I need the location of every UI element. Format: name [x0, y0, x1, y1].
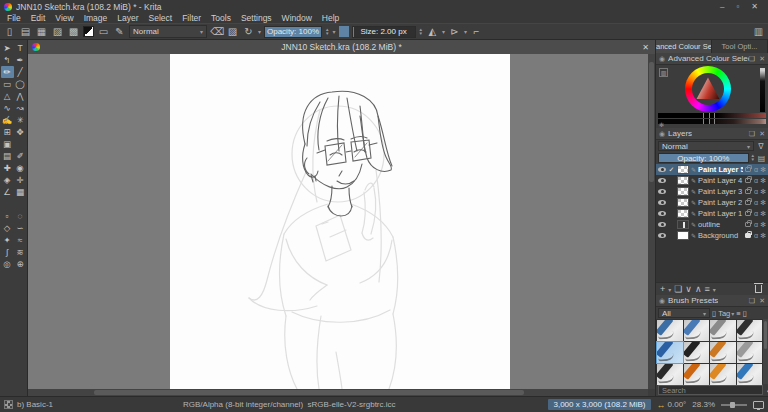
close-docker-icon[interactable]: ✕ [759, 130, 765, 138]
selector-shape-button[interactable]: ▥ [659, 68, 668, 77]
view-mode-icon[interactable]: ≡ [736, 309, 740, 318]
lock-icon[interactable] [745, 233, 751, 238]
float-docker-icon[interactable]: ❏ [749, 55, 755, 63]
float-docker-icon[interactable]: ❏ [749, 130, 755, 138]
visibility-eye-icon[interactable] [658, 222, 666, 227]
layer-row[interactable]: ✓ ✎ Paint Layer 5 α ✻ [656, 164, 768, 175]
layer-opacity-slider[interactable]: Opacity: 100% [658, 153, 749, 163]
pan-tool[interactable]: ⊕ [14, 258, 27, 270]
shade-slider-2[interactable] [658, 119, 766, 124]
brush-preset[interactable] [657, 364, 683, 385]
hue-ring[interactable] [685, 66, 731, 112]
brush-preset[interactable] [710, 364, 736, 385]
layer-properties-icon[interactable]: ✻ [760, 177, 766, 185]
visibility-eye-icon[interactable] [658, 189, 666, 194]
fit-to-screen-icon[interactable] [753, 401, 764, 409]
bezier-curve-tool[interactable]: ∿ [1, 102, 14, 114]
lock-icon[interactable] [745, 189, 751, 194]
move-layer-down-button[interactable]: ∨ [685, 284, 692, 294]
brush-preset[interactable] [710, 320, 736, 341]
alpha-lock-icon[interactable]: α [754, 232, 758, 239]
menu-image[interactable]: Image [79, 13, 113, 23]
preset-filter-dropdown[interactable]: All ▾ [658, 308, 710, 318]
opacity-spinner[interactable]: ▲▼ [325, 28, 329, 36]
menu-select[interactable]: Select [144, 13, 178, 23]
filter-layers-icon[interactable]: ∇ [756, 142, 766, 151]
close-button[interactable]: ✕ [751, 2, 758, 11]
brush-preset[interactable] [710, 342, 736, 363]
tab-tool-options[interactable]: Tool Opti... [712, 40, 768, 53]
canvas-rotation[interactable]: ↔ 0.00° [657, 400, 687, 410]
preserve-alpha-icon[interactable]: ▨ [226, 27, 239, 37]
menu-file[interactable]: File [2, 13, 26, 23]
lock-icon[interactable] [745, 200, 751, 205]
visibility-eye-icon[interactable] [658, 178, 666, 183]
contiguous-select-tool[interactable]: ✦ [1, 234, 14, 246]
brush-preset[interactable] [737, 364, 763, 385]
brush-preview-icon[interactable] [4, 400, 13, 409]
foreground-background-color-swatch[interactable] [83, 26, 94, 37]
close-docker-icon[interactable]: ✕ [759, 297, 765, 305]
move-tool[interactable]: ✥ [14, 126, 27, 138]
lock-icon[interactable] [745, 211, 751, 216]
alpha-lock-icon[interactable]: α [754, 188, 758, 195]
delete-layer-button[interactable] [755, 285, 762, 293]
chevron-down-icon[interactable]: ▾ [713, 286, 716, 293]
layer-row[interactable]: ✎ Paint Layer 3 α ✻ [656, 186, 768, 197]
canvas-vertical-scrollbar[interactable] [648, 54, 655, 389]
save-icon[interactable]: ▦ [35, 27, 48, 37]
brush-preset[interactable] [684, 320, 710, 341]
measure-tool[interactable]: ∠ [1, 186, 14, 198]
layer-options-icon[interactable]: ▤ [757, 154, 766, 163]
layer-blending-mode-dropdown[interactable]: Normal ▾ [658, 141, 754, 151]
crop-tool[interactable]: ▣ [1, 138, 14, 150]
mirror-horizontal-icon[interactable]: ◭ [426, 27, 439, 37]
freehand-brush-tool[interactable]: ✏ [1, 66, 14, 78]
polygon-tool[interactable]: △ [1, 90, 14, 102]
menu-settings[interactable]: Settings [236, 13, 277, 23]
brush-grid-scrollbar[interactable] [763, 319, 768, 384]
fill-tool[interactable]: ◉ [14, 162, 27, 174]
brush-tip-icon[interactable]: ▯ [712, 309, 716, 318]
layer-properties-icon[interactable]: ✻ [760, 221, 766, 229]
visibility-eye-icon[interactable] [658, 200, 666, 205]
line-tool[interactable]: ╱ [14, 66, 27, 78]
float-docker-icon[interactable]: ❏ [749, 297, 755, 305]
wrap-around-mode-icon[interactable]: ⌐ [470, 27, 483, 37]
ellipse-tool[interactable]: ◯ [14, 78, 27, 90]
blending-mode-dropdown[interactable]: Normal ▾ [129, 25, 207, 38]
brush-preset-selected[interactable] [657, 342, 683, 363]
polyline-tool[interactable]: ⋀ [14, 90, 27, 102]
calligraphy-tool[interactable]: ✒ [14, 54, 27, 66]
layer-properties-icon[interactable]: ✻ [760, 199, 766, 207]
brush-preset[interactable] [737, 320, 763, 341]
opacity-slider[interactable]: Opacity: 100% [264, 26, 322, 38]
canvas-horizontal-scrollbar[interactable] [28, 389, 648, 396]
tab-advanced-colour-selector[interactable]: Advanced Colour Sele... [656, 40, 712, 53]
rect-select-tool[interactable]: ▫ [1, 210, 14, 222]
menu-layer[interactable]: Layer [112, 13, 143, 23]
layer-row[interactable]: ✎ outline α ✻ [656, 219, 768, 230]
zoom-slider[interactable] [721, 404, 747, 406]
layer-properties-button[interactable]: ≡ [705, 284, 710, 294]
reload-preset-icon[interactable]: ↻ [242, 27, 255, 37]
brush-size-slider[interactable]: Size: 2.00 px [352, 26, 416, 38]
polygon-select-tool[interactable]: ◇ [1, 222, 14, 234]
layer-opacity-spinner[interactable]: ▲▼ [751, 154, 755, 162]
select-shapes-tool[interactable]: ➤ [1, 42, 14, 54]
edit-brush-settings-icon[interactable]: ▭ [97, 27, 110, 37]
move-layer-up-button[interactable]: ∧ [695, 284, 702, 294]
workspace-chooser-icon[interactable]: ▥ [752, 27, 765, 37]
gradient-tool[interactable]: ▤ [1, 150, 14, 162]
subwindow-titlebar[interactable]: JNN10 Sketch.kra (108.2 MiB) * ✕ [28, 40, 655, 54]
chevron-down-icon[interactable]: ▾ [258, 28, 261, 35]
dynamic-brush-tool[interactable]: ✍ [1, 114, 14, 126]
alpha-lock-icon[interactable]: α [754, 199, 758, 206]
subwindow-close-icon[interactable]: ✕ [642, 43, 649, 52]
menu-view[interactable]: View [50, 13, 78, 23]
zoom-level[interactable]: 28.3% [692, 400, 715, 409]
alpha-lock-icon[interactable]: α [754, 177, 758, 184]
eraser-mode-icon[interactable]: ⌫ [210, 27, 223, 37]
visibility-eye-icon[interactable] [658, 167, 666, 172]
chevron-down-icon[interactable]: ▾ [442, 28, 445, 35]
